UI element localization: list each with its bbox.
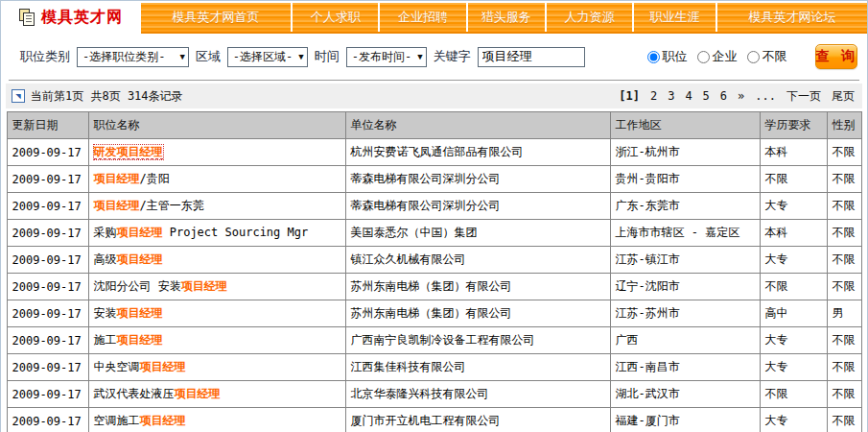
cell-date: 2009-09-17 — [7, 274, 88, 300]
chevron-down-icon: ▼ — [411, 52, 422, 61]
title-prefix: 空调施工 — [94, 414, 140, 427]
nav-tab-5[interactable]: 职业生涯 — [634, 3, 716, 32]
title-keyword: 项目经理 — [94, 199, 140, 212]
site-logo[interactable]: 模具英才网 — [1, 1, 141, 34]
job-title-link[interactable]: 采购项目经理 Project Sourcing Mgr — [94, 226, 309, 239]
cell-title: 中央空调项目经理 — [88, 354, 345, 381]
nav-tab-1[interactable]: 个人求职 — [293, 3, 378, 32]
cell-company: 北京华泰隆兴科技有限公司 — [345, 381, 610, 408]
keyword-label: 关键字 — [434, 48, 471, 65]
nav-tab-6[interactable]: 模具英才网论坛 — [717, 3, 867, 32]
column-header: 学历要求 — [760, 112, 827, 139]
cell-education: 不限 — [760, 166, 827, 193]
job-title-link[interactable]: 项目经理/贵阳 — [94, 172, 170, 185]
nav-tab-4[interactable]: 人力资源 — [547, 3, 632, 32]
column-header: 性别 — [827, 112, 861, 139]
job-title-link[interactable]: 高级项目经理 — [94, 252, 163, 266]
job-title-link[interactable]: 空调施工项目经理 — [94, 414, 186, 427]
cell-gender: 不限 — [827, 408, 861, 432]
window-arrow-icon[interactable]: ◥ — [12, 89, 25, 103]
cell-title: 安装项目经理 — [88, 300, 345, 327]
time-select[interactable]: -发布时间- ▼ — [346, 47, 427, 67]
title-prefix: 研发 — [94, 145, 117, 158]
title-keyword: 项目经理 — [117, 306, 163, 320]
cell-date: 2009-09-17 — [7, 300, 88, 327]
cell-location: 上海市市辖区 - 嘉定区 — [610, 220, 760, 247]
cell-title: 施工项目经理 — [88, 327, 345, 354]
table-row: 2009-09-17空调施工项目经理厦门市开立机电工程有限公司福建-厦门市大专不… — [7, 408, 861, 432]
cell-date: 2009-09-17 — [7, 193, 88, 220]
region-select[interactable]: -选择区域- ▼ — [227, 47, 308, 67]
page-link[interactable]: 5 — [703, 89, 710, 103]
cell-title: 研发项目经理 — [88, 139, 345, 166]
nav-tab-0[interactable]: 模具英才网首页 — [141, 3, 291, 32]
region-label: 区域 — [196, 48, 221, 65]
cell-location: 浙江-杭州市 — [610, 139, 760, 166]
nav-tab-label: 企业招聘 — [398, 9, 448, 26]
pagination-bar: ◥ 当前第1页 共8页 314条记录 [1] 23456»... 下一页 尾页 — [6, 84, 862, 108]
title-prefix: 高级 — [94, 252, 117, 266]
job-title-link[interactable]: 沈阳分公司 安装项目经理 — [94, 279, 227, 293]
cell-education: 本科 — [760, 220, 827, 247]
nav-tab-label: 模具英才网首页 — [173, 9, 260, 26]
page-link[interactable]: 3 — [668, 89, 674, 103]
cell-title: 采购项目经理 Project Sourcing Mgr — [88, 220, 345, 247]
scope-radio-position[interactable]: 职位 — [647, 48, 688, 65]
nav-tab-3[interactable]: 猎头服务 — [468, 3, 545, 32]
title-prefix: 采购 — [94, 226, 117, 239]
next-page-link[interactable]: 下一页 — [786, 88, 821, 105]
page-link[interactable]: 2 — [650, 89, 657, 103]
page-links: [1] 23456»... 下一页 尾页 — [619, 88, 855, 105]
cell-title: 沈阳分公司 安装项目经理 — [88, 274, 345, 300]
table-row: 2009-09-17武汉代表处液压项目经理北京华泰隆兴科技有限公司湖北-武汉市不… — [7, 381, 861, 408]
job-title-link[interactable]: 项目经理/主管一东莞 — [94, 199, 204, 212]
scope-radio-company[interactable]: 企业 — [697, 48, 738, 65]
title-suffix: /主管一东莞 — [140, 199, 204, 212]
scope-radio-group: 职位 企业 不限 — [647, 48, 787, 65]
title-prefix: 中央空调 — [94, 360, 140, 373]
cell-location: 江苏-苏州市 — [610, 300, 760, 327]
nav-tabs: 模具英才网首页个人求职企业招聘猎头服务人力资源职业生涯模具英才网论坛 — [141, 1, 867, 34]
nav-tab-2[interactable]: 企业招聘 — [380, 3, 465, 32]
title-keyword: 项目经理 — [140, 360, 186, 373]
cell-date: 2009-09-17 — [7, 139, 88, 166]
cell-company: 广西南宁良凯制冷设备工程有限公司 — [345, 327, 610, 354]
region-select-value: -选择区域- — [233, 49, 293, 65]
category-select-value: -选择职位类别- — [82, 49, 165, 65]
search-button[interactable]: 查 询 — [815, 44, 857, 69]
site-logo-text: 模具英才网 — [41, 8, 123, 28]
cell-education: 大专 — [760, 247, 827, 274]
radio-position[interactable] — [647, 51, 660, 63]
radio-company[interactable] — [697, 51, 710, 63]
cell-gender: 不限 — [827, 220, 861, 247]
title-keyword: 项目经理 — [94, 172, 140, 185]
nav-tab-label: 猎头服务 — [481, 9, 531, 26]
title-prefix: 安装 — [94, 306, 117, 320]
title-prefix: 施工 — [94, 333, 117, 347]
results-table: 更新日期职位名称单位名称工作地区学历要求性别 2009-09-17研发项目经理杭… — [7, 111, 862, 432]
job-title-link[interactable]: 武汉代表处液压项目经理 — [94, 387, 221, 400]
cell-company: 江西集佳科技有限公司 — [345, 354, 610, 381]
cell-gender: 不限 — [827, 354, 861, 381]
radio-any[interactable] — [747, 51, 760, 63]
job-title-link[interactable]: 研发项目经理 — [94, 145, 163, 159]
title-keyword: 项目经理 — [117, 145, 163, 158]
category-select[interactable]: -选择职位类别- ▼ — [77, 47, 189, 67]
last-page-link[interactable]: 尾页 — [832, 88, 855, 105]
cell-location: 辽宁-沈阳市 — [610, 274, 760, 300]
page-link[interactable]: 4 — [685, 89, 692, 103]
scope-radio-any[interactable]: 不限 — [747, 48, 787, 65]
cell-company: 美国泰悉尔（中国）集团 — [345, 220, 610, 247]
cell-education: 大专 — [760, 327, 827, 354]
cell-title: 项目经理/贵阳 — [88, 166, 345, 193]
page-link[interactable]: 6 — [720, 89, 727, 103]
page-link[interactable]: » — [738, 89, 744, 103]
job-title-link[interactable]: 中央空调项目经理 — [94, 360, 186, 373]
keyword-input[interactable] — [478, 47, 585, 67]
job-title-link[interactable]: 安装项目经理 — [94, 306, 163, 320]
title-keyword: 项目经理 — [140, 414, 186, 427]
cell-company: 厦门市开立机电工程有限公司 — [345, 408, 610, 432]
nav-tab-label: 职业生涯 — [649, 9, 699, 26]
cell-date: 2009-09-17 — [7, 166, 88, 193]
job-title-link[interactable]: 施工项目经理 — [94, 333, 163, 347]
